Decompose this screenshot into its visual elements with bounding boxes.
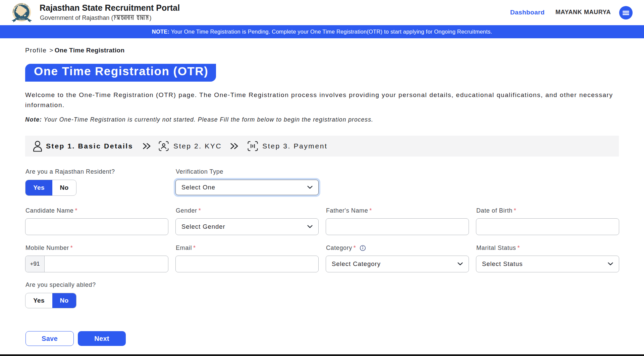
- svg-text:Rajasthan: Rajasthan: [19, 18, 25, 20]
